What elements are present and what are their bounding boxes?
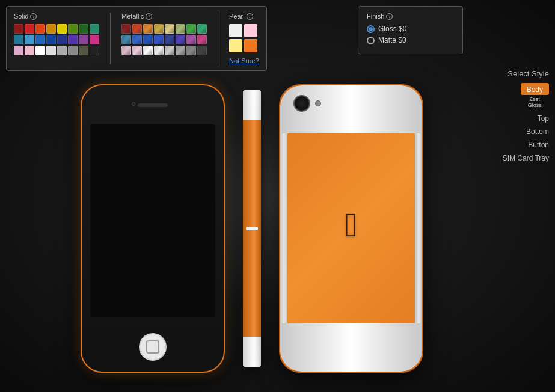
metallic-info-icon[interactable]: i xyxy=(146,13,152,20)
phone-back-bottom xyxy=(280,323,422,372)
solid-color-swatch[interactable] xyxy=(68,24,78,34)
pearl-color-swatch[interactable] xyxy=(229,24,242,37)
pearl-color-swatch[interactable] xyxy=(229,39,242,52)
phones-area:  xyxy=(18,78,486,392)
metallic-color-swatch[interactable] xyxy=(132,35,142,44)
metallic-color-swatch[interactable] xyxy=(154,46,164,55)
solid-color-swatch[interactable] xyxy=(25,46,34,55)
solid-color-swatch[interactable] xyxy=(90,24,99,34)
solid-color-swatch[interactable] xyxy=(14,24,23,34)
metallic-color-swatch[interactable] xyxy=(197,35,207,44)
solid-color-swatch[interactable] xyxy=(79,46,88,55)
solid-color-swatch[interactable] xyxy=(46,46,56,55)
phone-front-body xyxy=(81,84,225,373)
divider-1 xyxy=(110,13,111,64)
metallic-color-swatch[interactable] xyxy=(121,35,131,44)
phone-front-camera xyxy=(132,102,135,106)
metallic-color-swatch[interactable] xyxy=(132,46,142,55)
not-sure-link[interactable]: Not Sure? xyxy=(229,57,259,64)
metallic-color-swatch[interactable] xyxy=(154,24,164,34)
solid-color-swatch[interactable] xyxy=(79,35,88,44)
phone-back-stripe-right xyxy=(415,133,422,323)
solid-color-grid xyxy=(14,24,99,55)
metallic-color-swatch[interactable] xyxy=(165,24,174,34)
solid-color-swatch[interactable] xyxy=(46,24,56,34)
divider-2 xyxy=(218,13,218,64)
metallic-color-swatch[interactable] xyxy=(176,35,185,44)
style-button[interactable]: Button xyxy=(489,141,549,149)
pearl-color-swatch[interactable] xyxy=(244,39,257,52)
pearl-color-swatch[interactable] xyxy=(244,24,257,37)
solid-color-swatch[interactable] xyxy=(90,46,99,55)
phone-side-top xyxy=(243,90,261,120)
solid-color-swatch[interactable] xyxy=(35,35,45,44)
metallic-color-grid xyxy=(121,24,207,55)
metallic-color-swatch[interactable] xyxy=(176,24,185,34)
style-top[interactable]: Top xyxy=(489,114,549,123)
solid-color-swatch[interactable] xyxy=(68,35,78,44)
metallic-title: Metallic i xyxy=(121,13,207,20)
phone-front-screen xyxy=(90,124,215,317)
pearl-title: Pearl i xyxy=(229,13,259,20)
solid-color-swatch[interactable] xyxy=(14,46,23,55)
pearl-section: Pearl i Not Sure? xyxy=(229,13,259,64)
finish-matte-option[interactable]: Matte $0 xyxy=(367,36,454,44)
finish-info-icon[interactable]: i xyxy=(386,13,393,20)
metallic-color-swatch[interactable] xyxy=(154,35,164,44)
metallic-color-swatch[interactable] xyxy=(132,24,142,34)
style-panel: Select Style Body Zest Gloss Top Bottom … xyxy=(489,69,549,162)
solid-color-swatch[interactable] xyxy=(25,24,34,34)
finish-panel: Finish i Gloss $0 Matte $0 xyxy=(358,6,463,54)
phone-front xyxy=(81,84,225,373)
phone-back-flash xyxy=(315,100,321,106)
solid-section: Solid i xyxy=(14,13,99,55)
metallic-section: Metallic i xyxy=(121,13,207,55)
metallic-color-swatch[interactable] xyxy=(121,24,131,34)
metallic-color-swatch[interactable] xyxy=(121,46,131,55)
metallic-color-swatch[interactable] xyxy=(197,24,207,34)
metallic-color-swatch[interactable] xyxy=(165,46,174,55)
solid-color-swatch[interactable] xyxy=(25,35,34,44)
phone-back-stripe-left xyxy=(280,133,287,323)
solid-color-swatch[interactable] xyxy=(79,24,88,34)
metallic-color-swatch[interactable] xyxy=(197,46,207,55)
solid-color-swatch[interactable] xyxy=(90,35,99,44)
pearl-color-grid xyxy=(229,24,259,52)
solid-title: Solid i xyxy=(14,13,99,20)
pearl-info-icon[interactable]: i xyxy=(247,13,253,20)
style-bottom[interactable]: Bottom xyxy=(489,127,549,136)
solid-color-swatch[interactable] xyxy=(57,35,67,44)
phone-back:  xyxy=(279,84,423,373)
metallic-color-swatch[interactable] xyxy=(143,35,153,44)
matte-radio[interactable] xyxy=(367,37,375,44)
solid-color-swatch[interactable] xyxy=(68,46,78,55)
apple-logo-icon:  xyxy=(345,205,357,244)
phone-back-camera-area xyxy=(293,95,321,112)
metallic-color-swatch[interactable] xyxy=(143,46,153,55)
home-button-icon xyxy=(146,340,159,354)
solid-color-swatch[interactable] xyxy=(35,24,45,34)
gloss-radio[interactable] xyxy=(367,25,375,33)
finish-gloss-option[interactable]: Gloss $0 xyxy=(367,25,454,33)
phone-front-home-button[interactable] xyxy=(139,333,167,361)
phone-front-speaker xyxy=(138,103,168,107)
metallic-color-swatch[interactable] xyxy=(165,35,174,44)
phone-side-body xyxy=(243,90,261,367)
metallic-color-swatch[interactable] xyxy=(186,24,196,34)
metallic-color-swatch[interactable] xyxy=(186,46,196,55)
solid-info-icon[interactable]: i xyxy=(30,13,37,20)
style-sim-card-tray[interactable]: SIM Card Tray xyxy=(489,154,549,162)
body-style-sub1: Zest xyxy=(521,96,549,102)
metallic-color-swatch[interactable] xyxy=(143,24,153,34)
finish-title: Finish i xyxy=(367,13,454,20)
solid-color-swatch[interactable] xyxy=(14,35,23,44)
solid-color-swatch[interactable] xyxy=(35,46,45,55)
color-panel: Solid i Metallic i Pearl i Not Sure? xyxy=(6,6,267,71)
solid-color-swatch[interactable] xyxy=(57,24,67,34)
solid-color-swatch[interactable] xyxy=(57,46,67,55)
body-style-button[interactable]: Body xyxy=(521,83,549,95)
metallic-color-swatch[interactable] xyxy=(176,46,185,55)
phone-back-camera xyxy=(293,95,310,112)
metallic-color-swatch[interactable] xyxy=(186,35,196,44)
solid-color-swatch[interactable] xyxy=(46,35,56,44)
